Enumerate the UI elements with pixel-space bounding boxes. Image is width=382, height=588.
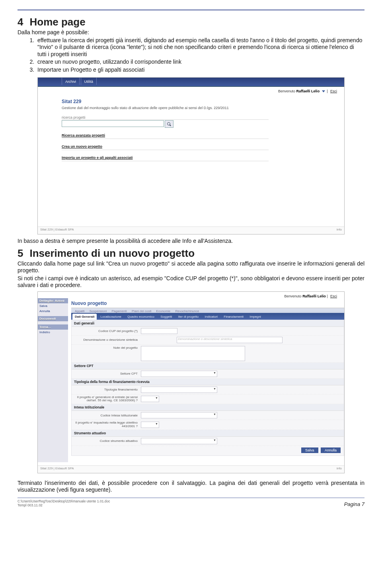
section-header-cpt: Settore CPT — [72, 363, 344, 369]
app-footer: Sitat 229 | Eldasoft SPA info — [38, 227, 344, 234]
label-codice-intesa: Codice Intesa Istituzionale — [74, 414, 141, 417]
label-cup: Codice CUP del progetto (*) — [74, 329, 141, 333]
tab-impegni[interactable]: Impegni — [247, 314, 263, 320]
textarea-note[interactable] — [141, 346, 245, 361]
form-section: Dati generali Codice CUP del progetto (*… — [71, 320, 344, 456]
tab-economie[interactable]: Economie — [156, 309, 171, 313]
search-label: ricerca progetti — [62, 115, 269, 120]
search-icon — [167, 122, 171, 126]
top-rule — [18, 10, 364, 10]
steps-list: effettuare la ricerca dei progetti già i… — [18, 37, 364, 74]
app-footer: Sitat 229 | Eldasoft SPA info — [38, 465, 344, 473]
lower-tabstrip: Dati Generali Localizzazione Quadro econ… — [71, 313, 344, 320]
side-save-link[interactable]: Salva — [38, 303, 68, 309]
tab-piani-costi[interactable]: Piani dei costi — [132, 309, 151, 313]
tab-localizzazione[interactable]: Localizzazione — [98, 314, 124, 320]
select-codice-intesa[interactable] — [141, 412, 217, 418]
tab-indicatori[interactable]: Indicatori — [203, 314, 220, 320]
tab-soggetti[interactable]: Soggetti — [158, 314, 174, 320]
form-row: Tipologia finanziamento — [72, 385, 344, 395]
search-button[interactable] — [165, 120, 173, 128]
select-genera-entrate[interactable] — [141, 396, 159, 402]
nav-tab-archivi[interactable]: Archivi — [62, 78, 80, 85]
footer-left: Sitat 229 | Eldasoft SPA — [40, 467, 74, 470]
screenshot-home-page: Archivi Utilità Benvenuto Raffaelli Leli… — [37, 77, 345, 234]
section-header-intesa: Intesa Istituzionale — [72, 404, 344, 411]
tab-pagamenti[interactable]: Pagamenti — [112, 309, 127, 313]
tab-revoche[interactable]: Revoche/rinunce — [175, 309, 199, 313]
create-project-link[interactable]: Crea un nuovo progetto — [62, 145, 269, 150]
label-tipologia-fin: Tipologia finanziamento — [74, 388, 141, 391]
tab-sospensioni[interactable]: Sospensioni — [90, 309, 107, 313]
document-page: 4Home page Dalla home page è possibile: … — [0, 0, 382, 512]
list-item: effettuare la ricerca dei progetti già i… — [36, 37, 364, 58]
form-row: Il progetto e' generatore di entrate (ai… — [72, 395, 344, 404]
form-row: Settore CPT — [72, 369, 344, 379]
welcome-bar: Benvenuto Raffaelli Lelio | Esci — [38, 87, 344, 93]
tab-appalti[interactable]: Appalti — [75, 309, 84, 313]
tab-quadro-economico[interactable]: Quadro economico — [125, 314, 157, 320]
welcome-prefix: Benvenuto — [278, 89, 296, 93]
heading-insert-project: 5Inserimento di un nuovo progetto — [18, 247, 364, 260]
select-settore-cpt[interactable] — [141, 371, 217, 377]
side-cancel-link[interactable]: Annulla — [38, 309, 68, 314]
welcome-user: Raffaelli Lelio — [302, 294, 326, 298]
list-item: Importare un Progetto e gli appalti asso… — [36, 66, 364, 74]
label-denominazione: Denominazione o descrizione sintetica — [74, 338, 141, 342]
label-inquadrato: Il progetto e' inquadrato nella legge ob… — [74, 421, 141, 428]
app-title: Sitat 229 — [62, 99, 344, 104]
footer-info-link[interactable]: info — [337, 228, 342, 231]
search-input[interactable] — [62, 120, 164, 127]
label-genera-entrate: Il progetto e' generatore di entrate (ai… — [74, 396, 141, 403]
welcome-prefix: Benvenuto — [285, 294, 303, 298]
heading-home-page: 4Home page — [18, 16, 364, 28]
logout-link[interactable]: Esci — [330, 294, 337, 298]
side-header-back: Torna… — [38, 324, 68, 330]
cancel-button[interactable]: Annulla — [321, 447, 341, 453]
heading-text: Home page — [29, 16, 85, 28]
main-panel: Nuovo progetto Appalti Sospensioni Pagam… — [68, 301, 344, 456]
form-actions: Salva Annulla — [72, 446, 344, 455]
input-denominazione[interactable]: Denominazione o descrizione sintetica — [177, 337, 283, 343]
side-back-link[interactable]: Indietro — [38, 330, 68, 335]
form-title: Nuovo progetto — [71, 301, 344, 306]
heading-number: 4 — [18, 16, 23, 28]
form-row: Codice CUP del progetto (*) — [72, 327, 344, 336]
intro-paragraph: Dalla home page è possibile: — [18, 29, 364, 36]
tab-iter-progetto[interactable]: Iter di progetto — [176, 314, 201, 320]
screenshot-new-project: Benvenuto Raffaelli Lelio | Esci Dettagl… — [37, 291, 345, 473]
select-inquadrato[interactable] — [141, 422, 159, 428]
side-panel: Dettaglio: Azioni Salva Annulla Document… — [38, 298, 68, 462]
heading-text: Inserimento di un nuovo progetto — [29, 247, 195, 259]
tab-dati-generali[interactable]: Dati Generali — [72, 314, 97, 320]
footer-info-link[interactable]: info — [337, 467, 342, 470]
welcome-bar: Benvenuto Raffaelli Lelio | Esci — [38, 292, 344, 298]
input-cup[interactable] — [141, 328, 177, 334]
side-header-documents: Documenti — [38, 316, 68, 321]
label-settore-cpt: Settore CPT — [74, 372, 141, 375]
side-header-actions: Dettaglio: Azioni — [38, 298, 68, 303]
section-header-tipologia-fin: Tipologia della forma di finanziamento r… — [72, 379, 344, 385]
app-content: Sitat 229 Gestione dati del monitoraggio… — [38, 93, 344, 161]
select-tipologia-fin[interactable] — [141, 387, 217, 393]
sec5-after-paragraph: Terminato l'inserimento dei dati, è poss… — [18, 480, 364, 494]
section-header-dati-generali: Dati generali — [72, 320, 344, 327]
document-footer: C:\Users\UserRegTosc\Desktop\229\manuale… — [18, 498, 364, 507]
form-row: Codice strumento attuativo — [72, 437, 344, 446]
advanced-search-link[interactable]: Ricerca avanzata progetti — [62, 133, 269, 139]
section-header-strumento: Strumento attuativo — [72, 430, 344, 437]
form-row: Il progetto e' inquadrato nella legge ob… — [72, 420, 344, 430]
save-button[interactable]: Salva — [301, 447, 318, 453]
footer-path: C:\Users\UserRegTosc\Desktop\229\manuale… — [18, 499, 110, 503]
tab-finanziamenti[interactable]: Finanziamenti — [221, 314, 246, 320]
blank-area — [38, 167, 344, 227]
form-row: Note del progetto — [72, 345, 344, 363]
label-codice-strumento: Codice strumento attuativo — [74, 439, 141, 443]
import-project-link[interactable]: Importa un progetto e gli appalti associ… — [62, 156, 269, 161]
user-menu-chevron-icon[interactable] — [322, 90, 325, 92]
select-codice-strumento[interactable] — [141, 438, 217, 444]
logout-link[interactable]: Esci — [330, 89, 337, 93]
list-item: creare un nuovo progetto, utilizzando il… — [36, 59, 364, 66]
welcome-user: Raffaelli Lelio — [296, 89, 320, 93]
nav-tab-utilita[interactable]: Utilità — [81, 78, 97, 85]
